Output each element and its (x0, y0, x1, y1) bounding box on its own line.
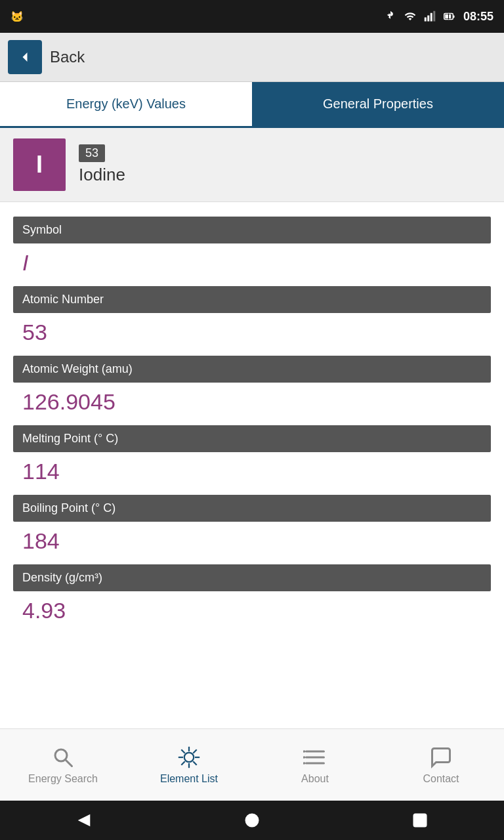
element-name: Iodine (79, 165, 125, 185)
prop-label-atomic-weight: Atomic Weight (amu) (13, 356, 491, 383)
prop-value-density: 4.93 (13, 591, 491, 626)
prop-label-atomic-number: Atomic Number (13, 286, 491, 313)
tab-general-properties[interactable]: General Properties (252, 82, 504, 126)
element-tile: I (13, 138, 66, 191)
svg-marker-25 (78, 814, 91, 827)
prop-value-symbol: I (13, 243, 491, 278)
bluetooth-icon (385, 10, 396, 22)
back-button[interactable] (8, 40, 42, 74)
svg-point-26 (246, 814, 259, 827)
prop-value-melting-point: 114 (13, 452, 491, 487)
nav-contact-label: Contact (423, 773, 459, 785)
svg-line-9 (66, 760, 72, 766)
app-icon: 🐱 (10, 10, 24, 23)
signal-icon (424, 10, 436, 22)
element-header: I 53 Iodine (0, 128, 504, 202)
nav-element-list-label: Element List (160, 773, 218, 785)
svg-line-15 (181, 749, 184, 753)
prop-label-boiling-point: Boiling Point (° C) (13, 495, 491, 522)
home-nav-icon[interactable] (243, 811, 261, 830)
svg-point-8 (55, 749, 67, 761)
svg-rect-0 (425, 18, 427, 22)
svg-rect-1 (427, 16, 429, 22)
svg-rect-2 (430, 13, 432, 22)
svg-line-16 (193, 761, 196, 765)
recents-nav-icon[interactable] (411, 811, 429, 830)
svg-rect-3 (433, 11, 435, 22)
element-list-icon (177, 746, 201, 769)
time-display: 08:55 (463, 10, 494, 24)
prop-value-atomic-number: 53 (13, 313, 491, 348)
svg-line-17 (193, 749, 196, 753)
battery-icon (442, 10, 457, 22)
status-bar: 🐱 08:55 (0, 0, 504, 33)
prop-value-boiling-point: 184 (13, 522, 491, 556)
properties-content: Symbol I Atomic Number 53 Atomic Weight … (0, 202, 504, 728)
prop-label-melting-point: Melting Point (° C) (13, 425, 491, 452)
property-melting-point: Melting Point (° C) 114 (13, 425, 491, 487)
search-icon (51, 746, 75, 769)
prop-label-symbol: Symbol (13, 217, 491, 243)
back-bar: Back (0, 33, 504, 82)
property-atomic-weight: Atomic Weight (amu) 126.9045 (13, 356, 491, 417)
svg-point-10 (184, 752, 194, 761)
property-atomic-number: Atomic Number 53 (13, 286, 491, 348)
svg-point-24 (303, 762, 305, 765)
element-info: 53 Iodine (79, 144, 125, 185)
property-symbol: Symbol I (13, 217, 491, 278)
svg-point-23 (303, 756, 305, 759)
contact-icon (429, 746, 453, 769)
bottom-nav: Energy Search Element List About (0, 728, 504, 801)
wifi-icon (403, 10, 417, 22)
atomic-number-badge: 53 (79, 144, 105, 162)
nav-energy-search[interactable]: Energy Search (0, 746, 126, 785)
prop-label-density: Density (g/cm³) (13, 564, 491, 591)
svg-rect-6 (445, 14, 451, 18)
tab-energy-kev[interactable]: Energy (keV) Values (0, 82, 252, 126)
property-density: Density (g/cm³) 4.93 (13, 564, 491, 626)
about-icon (303, 746, 327, 769)
svg-rect-27 (414, 814, 427, 827)
svg-line-18 (181, 761, 184, 765)
svg-point-22 (303, 750, 305, 753)
prop-value-atomic-weight: 126.9045 (13, 383, 491, 417)
android-nav-bar (0, 801, 504, 840)
back-nav-icon[interactable] (75, 811, 93, 830)
nav-contact[interactable]: Contact (378, 746, 504, 785)
tab-bar: Energy (keV) Values General Properties (0, 82, 504, 128)
property-boiling-point: Boiling Point (° C) 184 (13, 495, 491, 556)
svg-rect-5 (453, 16, 454, 18)
nav-about[interactable]: About (252, 746, 378, 785)
nav-energy-search-label: Energy Search (28, 773, 98, 785)
nav-about-label: About (301, 773, 329, 785)
nav-element-list[interactable]: Element List (126, 746, 252, 785)
back-label: Back (50, 48, 85, 66)
